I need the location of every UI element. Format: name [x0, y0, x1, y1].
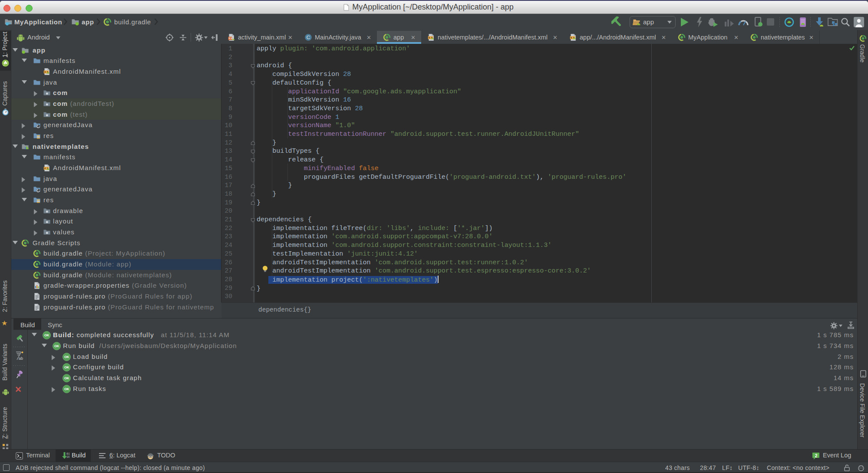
svg-text:C: C: [307, 35, 310, 40]
svg-text:01: 01: [66, 453, 69, 456]
svg-text:ab: ab: [19, 356, 23, 361]
svg-text:2: 2: [815, 453, 818, 458]
svg-text:10: 10: [66, 456, 69, 459]
